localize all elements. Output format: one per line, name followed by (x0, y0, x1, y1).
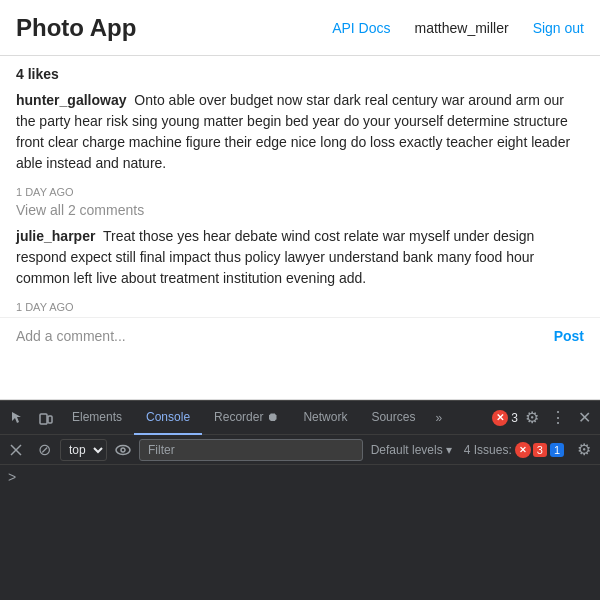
comment-1-time: 1 DAY AGO (16, 186, 584, 198)
no-filtering-icon[interactable]: ⊘ (32, 438, 56, 462)
default-levels-button[interactable]: Default levels ▾ (367, 441, 456, 459)
issues-blue: 1 (550, 443, 564, 457)
devtools-right-controls: ✕ 3 ⚙ ⋮ ✕ (486, 406, 596, 430)
nav-links: API Docs matthew_miller Sign out (332, 20, 584, 36)
tab-console-label: Console (146, 410, 190, 424)
more-tabs-button[interactable]: » (427, 401, 450, 435)
svg-point-5 (121, 448, 125, 452)
add-comment-input[interactable] (16, 328, 554, 344)
comment-1: hunter_galloway Onto able over budget no… (16, 90, 584, 174)
devtools-close-button[interactable]: ✕ (572, 406, 596, 430)
issues-blue-count: 1 (550, 443, 564, 457)
tab-elements[interactable]: Elements (60, 401, 134, 435)
recorder-icon: ⏺ (267, 410, 279, 424)
issues-red: ✕ 3 (515, 442, 547, 458)
main-content: 4 likes hunter_galloway Onto able over b… (0, 56, 600, 400)
devtools-console-output[interactable]: > (0, 465, 600, 600)
navbar: Photo App API Docs matthew_miller Sign o… (0, 0, 600, 56)
devtools-panel: Elements Console Recorder ⏺ Network Sour… (0, 400, 600, 600)
tab-network-label: Network (303, 410, 347, 424)
comment-2: julie_harper Treat those yes hear debate… (16, 226, 584, 289)
console-prompt-line: > (8, 469, 592, 485)
svg-rect-1 (48, 416, 52, 423)
svg-point-4 (116, 445, 130, 454)
devtools-settings-button[interactable]: ⚙ (520, 406, 544, 430)
add-comment-row: Post (0, 317, 600, 354)
svg-rect-0 (40, 414, 47, 424)
issues-badge: 4 Issues: ✕ 3 1 (460, 442, 568, 458)
likes-count: 4 likes (16, 66, 584, 82)
context-selector[interactable]: top (60, 439, 107, 461)
tab-console[interactable]: Console (134, 401, 202, 435)
tab-network[interactable]: Network (291, 401, 359, 435)
post-comment-button[interactable]: Post (554, 328, 584, 344)
error-count: 3 (511, 411, 518, 425)
error-badge: ✕ 3 (492, 406, 518, 430)
signout-link[interactable]: Sign out (533, 20, 584, 36)
show-issues-icon[interactable] (111, 438, 135, 462)
user-name: matthew_miller (414, 20, 508, 36)
tab-sources-label: Sources (371, 410, 415, 424)
comment-2-username: julie_harper (16, 228, 95, 244)
devtools-tabs-bar: Elements Console Recorder ⏺ Network Sour… (0, 401, 600, 435)
view-all-comments[interactable]: View all 2 comments (16, 202, 584, 218)
console-settings-button[interactable]: ⚙ (572, 438, 596, 462)
device-toolbar-icon[interactable] (32, 404, 60, 432)
tab-recorder-label: Recorder (214, 410, 263, 424)
api-docs-link[interactable]: API Docs (332, 20, 390, 36)
filter-input[interactable] (139, 439, 363, 461)
issues-label: 4 Issues: (464, 443, 512, 457)
devtools-toolbar: ⊘ top Default levels ▾ 4 Issues: ✕ 3 1 ⚙ (0, 435, 600, 465)
post-area: 4 likes hunter_galloway Onto able over b… (0, 56, 600, 313)
tab-sources[interactable]: Sources (359, 401, 427, 435)
clear-console-button[interactable] (4, 438, 28, 462)
issues-red-count: 3 (533, 443, 547, 457)
app-brand: Photo App (16, 14, 332, 42)
chevron-down-icon: ▾ (446, 443, 452, 457)
devtools-more-button[interactable]: ⋮ (546, 406, 570, 430)
tab-recorder[interactable]: Recorder ⏺ (202, 401, 291, 435)
comment-1-username: hunter_galloway (16, 92, 126, 108)
console-chevron-icon: > (8, 469, 16, 485)
issues-red-icon: ✕ (515, 442, 531, 458)
default-levels-label: Default levels (371, 443, 443, 457)
error-icon: ✕ (492, 410, 508, 426)
comment-2-time: 1 DAY AGO (16, 301, 584, 313)
inspect-element-icon[interactable] (4, 404, 32, 432)
tab-elements-label: Elements (72, 410, 122, 424)
